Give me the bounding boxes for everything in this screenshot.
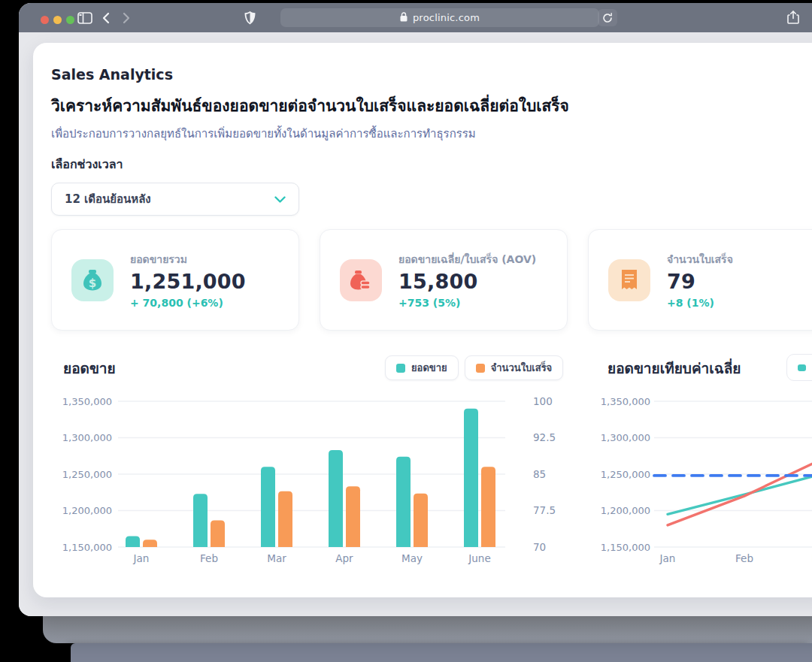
browser-window: proclinic.com Sales Analytics วิเคราะห์ค…: [19, 3, 812, 616]
time-range-select[interactable]: 12 เดือนย้อนหลัง: [51, 183, 299, 216]
stat-card-receipt-count: จำนวนใบเสร็จ 79 +8 (1%): [588, 229, 812, 331]
teal-swatch-icon: [396, 364, 405, 373]
orange-swatch-icon: [476, 364, 485, 373]
stat-change: + 70,800 (+6%): [130, 297, 246, 309]
stacked-sheet-bottom: [71, 643, 812, 662]
time-range-label: เลือกช่วงเวลา: [51, 155, 123, 174]
svg-text:Mar: Mar: [267, 552, 286, 564]
svg-text:1,250,000: 1,250,000: [601, 469, 650, 480]
svg-text:77.5: 77.5: [533, 504, 556, 516]
stat-value: 1,251,000: [130, 270, 246, 293]
sales-bar-chart: 1,350,0001001,300,00092.51,250,000851,20…: [51, 391, 577, 571]
page-subheading: เพื่อประกอบการวางกลยุทธ์ในการเพิ่มยอดขาย…: [51, 125, 476, 143]
page-background: Sales Analytics วิเคราะห์ความสัมพันธ์ของ…: [19, 32, 812, 616]
forward-icon[interactable]: [122, 12, 131, 27]
stat-label: จำนวนใบเสร็จ: [667, 251, 733, 268]
sidebar-toggle-icon[interactable]: [77, 12, 92, 27]
svg-text:1,300,000: 1,300,000: [62, 432, 112, 443]
stat-card-total-sales: $ ยอดขายรวม 1,251,000 + 70,800 (+6%): [51, 229, 299, 331]
receipt-icon: [608, 259, 650, 301]
svg-text:Apr: Apr: [335, 552, 353, 564]
svg-text:Jan: Jan: [133, 552, 150, 564]
lock-icon: [400, 11, 408, 25]
svg-text:85: 85: [533, 468, 546, 480]
legend-label: ยอดขาย: [411, 360, 447, 376]
stat-value: 79: [667, 270, 733, 293]
stat-label: ยอดขายเฉลี่ย/ใบเสร็จ (AOV): [398, 251, 536, 268]
stat-change: +8 (1%): [667, 297, 733, 309]
legend-item-receipts[interactable]: จำนวนใบเสร็จ: [465, 355, 564, 380]
svg-text:92.5: 92.5: [533, 431, 556, 443]
legend-item-sales[interactable]: ยอดขาย: [385, 355, 459, 380]
svg-text:1,150,000: 1,150,000: [62, 542, 112, 553]
svg-text:1,200,000: 1,200,000: [62, 505, 112, 516]
svg-text:May: May: [401, 552, 423, 564]
url-text: proclinic.com: [413, 12, 480, 23]
stacked-sheet-middle: [43, 615, 812, 643]
svg-text:1,150,000: 1,150,000: [601, 542, 650, 553]
svg-text:1,350,000: 1,350,000: [62, 396, 112, 407]
privacy-shield-icon[interactable]: [244, 11, 256, 28]
svg-text:1,300,000: 1,300,000: [601, 432, 650, 443]
chevron-down-icon: [274, 192, 286, 207]
svg-text:Feb: Feb: [200, 552, 218, 564]
bar-chart-legend: ยอดขาย จำนวนใบเสร็จ: [385, 355, 563, 380]
svg-text:100: 100: [533, 395, 553, 407]
stat-label: ยอดขายรวม: [130, 251, 246, 268]
svg-text:1,200,000: 1,200,000: [601, 505, 650, 516]
svg-text:1,250,000: 1,250,000: [62, 469, 112, 480]
bar-chart-title: ยอดขาย: [63, 357, 116, 379]
browser-toolbar: proclinic.com: [19, 3, 812, 32]
svg-text:Feb: Feb: [735, 552, 753, 564]
stat-card-aov: ยอดขายเฉลี่ย/ใบเสร็จ (AOV) 15,800 +753 (…: [320, 229, 568, 331]
share-icon[interactable]: [787, 11, 799, 28]
teal-line-swatch-icon: [798, 364, 806, 371]
svg-text:1,350,000: 1,350,000: [601, 396, 650, 407]
pouch-coins-icon: [340, 259, 382, 301]
stat-value: 15,800: [398, 270, 536, 293]
zoom-window-button[interactable]: [66, 16, 74, 24]
svg-text:June: June: [468, 552, 490, 564]
svg-text:$: $: [89, 277, 96, 290]
line-chart-title: ยอดขายเทียบค่าเฉลี่ย: [607, 357, 741, 379]
page-title: Sales Analytics: [51, 66, 173, 83]
back-icon[interactable]: [102, 12, 111, 27]
line-chart-legend[interactable]: [786, 354, 812, 381]
address-bar[interactable]: proclinic.com: [280, 8, 599, 27]
page-heading: วิเคราะห์ความสัมพันธ์ของยอดขายต่อจำนวนใบ…: [51, 93, 569, 118]
time-range-value: 12 เดือนย้อนหลัง: [65, 190, 151, 208]
svg-text:Jan: Jan: [659, 552, 676, 564]
sales-vs-average-line-chart: 1,350,0001,300,0001,250,0001,200,0001,15…: [588, 391, 812, 571]
stat-change: +753 (5%): [398, 297, 536, 309]
reload-icon[interactable]: [598, 9, 617, 26]
money-bag-icon: $: [71, 259, 114, 301]
legend-label: จำนวนใบเสร็จ: [491, 360, 553, 376]
dashboard-card: Sales Analytics วิเคราะห์ความสัมพันธ์ของ…: [33, 43, 812, 597]
minimize-window-button[interactable]: [53, 16, 62, 24]
close-window-button[interactable]: [41, 16, 49, 24]
svg-text:70: 70: [533, 541, 546, 553]
